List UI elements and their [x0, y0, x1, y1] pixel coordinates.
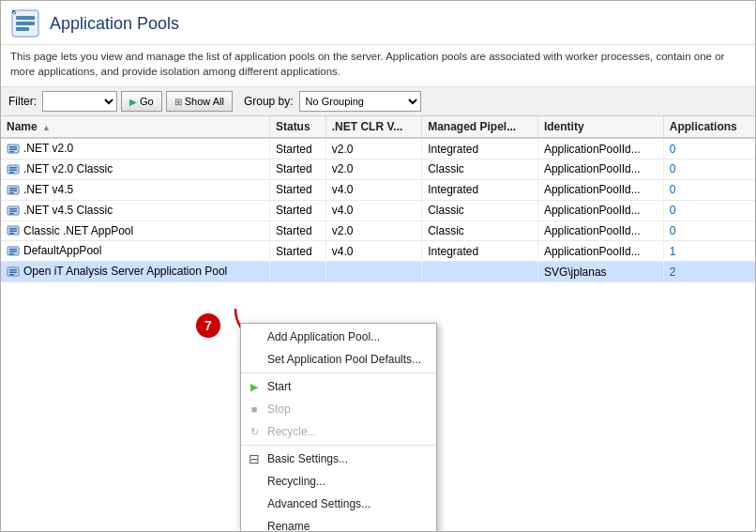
apps-link[interactable]: 2 — [670, 266, 676, 279]
cell-identity: ApplicationPoolId... — [537, 220, 663, 241]
recycle-icon: ↻ — [247, 426, 262, 438]
cell-identity: ApplicationPoolId... — [537, 160, 663, 180]
cell-name: .NET v4.5 — [1, 179, 269, 200]
menu-item-recycling[interactable]: Recycling... — [241, 470, 436, 493]
app-pools-icon — [10, 8, 40, 38]
table-row[interactable]: .NET v2.0 Started v2.0 Integrated Applic… — [1, 138, 755, 159]
svg-rect-15 — [9, 190, 17, 191]
svg-rect-32 — [9, 274, 14, 276]
apps-link[interactable]: 0 — [670, 162, 676, 175]
menu-item-label: Stop — [267, 403, 291, 416]
group-by-label: Group by: — [244, 95, 294, 108]
svg-rect-11 — [9, 169, 17, 171]
cell-clr: v2.0 — [325, 138, 421, 159]
go-arrow-icon: ▶ — [129, 97, 137, 107]
menu-item-label: Rename — [267, 520, 310, 532]
cell-pipeline: Integrated — [422, 179, 538, 200]
svg-rect-7 — [9, 149, 17, 151]
cell-status — [269, 262, 325, 282]
menu-item-start[interactable]: ▶Start — [241, 375, 436, 398]
go-button[interactable]: ▶ Go — [121, 91, 162, 112]
svg-rect-1 — [16, 16, 35, 20]
apps-link[interactable]: 0 — [670, 204, 676, 217]
apps-link[interactable]: 1 — [670, 245, 676, 258]
show-all-icon: ⊞ — [174, 97, 182, 107]
cell-identity: ApplicationPoolId... — [537, 179, 663, 200]
menu-item-label: Recycling... — [267, 475, 325, 488]
menu-separator — [241, 445, 436, 446]
play-icon: ▶ — [247, 381, 262, 393]
cell-status: Started — [269, 241, 325, 262]
menu-item-basic-settings[interactable]: ⊟Basic Settings... — [241, 448, 436, 470]
cell-apps: 0 — [663, 138, 755, 159]
svg-rect-23 — [9, 231, 17, 233]
cell-status: Started — [269, 220, 325, 241]
cell-clr: v4.0 — [325, 241, 421, 262]
svg-rect-10 — [9, 167, 17, 169]
context-menu: Add Application Pool...Set Application P… — [240, 323, 437, 532]
svg-rect-28 — [9, 253, 14, 255]
cell-apps: 1 — [663, 241, 755, 262]
svg-rect-27 — [9, 251, 17, 253]
svg-rect-2 — [16, 22, 35, 25]
stop-icon: ■ — [247, 403, 262, 415]
menu-item-add-app-pool[interactable]: Add Application Pool... — [241, 326, 436, 348]
table-row[interactable]: .NET v4.5 Classic Started v4.0 Classic A… — [1, 200, 755, 220]
menu-item-label: Basic Settings... — [267, 452, 348, 465]
cell-pipeline: Integrated — [422, 138, 538, 159]
main-content: Name ▲ Status .NET CLR V... Managed Pipe… — [1, 116, 755, 532]
apps-link[interactable]: 0 — [670, 143, 676, 156]
table-header-row: Name ▲ Status .NET CLR V... Managed Pipe… — [1, 116, 755, 138]
group-by-select[interactable]: No Grouping — [299, 91, 421, 112]
cell-name: Open iT Analysis Server Application Pool — [1, 262, 269, 282]
cell-pipeline: Integrated — [422, 241, 538, 262]
svg-rect-3 — [16, 27, 29, 31]
col-clr: .NET CLR V... — [325, 116, 421, 138]
cell-name: .NET v2.0 — [1, 138, 269, 159]
apps-link[interactable]: 0 — [670, 183, 676, 196]
col-name: Name ▲ — [1, 116, 269, 138]
cell-apps: 0 — [663, 200, 755, 220]
svg-rect-30 — [9, 269, 17, 271]
table-row[interactable]: Classic .NET AppPool Started v2.0 Classi… — [1, 220, 755, 241]
col-identity: Identity — [537, 116, 663, 138]
cell-identity: ApplicationPoolId... — [537, 200, 663, 220]
cell-identity: ApplicationPoolId... — [537, 241, 663, 262]
cell-clr: v4.0 — [325, 200, 421, 220]
svg-rect-22 — [9, 228, 17, 230]
cell-pipeline — [422, 262, 538, 282]
filter-label: Filter: — [8, 95, 37, 108]
description-text: This page lets you view and manage the l… — [1, 45, 755, 87]
menu-item-label: Recycle... — [267, 425, 317, 438]
cell-clr: v2.0 — [325, 220, 421, 241]
app-pools-table: Name ▲ Status .NET CLR V... Managed Pipe… — [1, 116, 755, 282]
header: Application Pools — [1, 1, 755, 45]
apps-link[interactable]: 0 — [670, 224, 676, 237]
menu-item-label: Add Application Pool... — [267, 330, 380, 343]
col-status: Status — [269, 116, 325, 138]
cell-name: DefaultAppPool — [1, 241, 269, 262]
table-row[interactable]: .NET v2.0 Classic Started v2.0 Classic A… — [1, 160, 755, 180]
cell-status: Started — [269, 138, 325, 159]
cell-identity: ApplicationPoolId... — [537, 138, 663, 159]
menu-item-set-defaults[interactable]: Set Application Pool Defaults... — [241, 348, 436, 371]
table-row[interactable]: DefaultAppPool Started v4.0 Integrated A… — [1, 241, 755, 262]
show-all-button[interactable]: ⊞ Show All — [166, 91, 233, 112]
cell-apps: 0 — [663, 160, 755, 180]
col-pipeline: Managed Pipel... — [422, 116, 538, 138]
filter-select[interactable] — [42, 91, 117, 112]
menu-item-stop: ■Stop — [241, 398, 436, 420]
menu-item-advanced-settings[interactable]: Advanced Settings... — [241, 493, 436, 515]
table-row[interactable]: .NET v4.5 Started v4.0 Integrated Applic… — [1, 179, 755, 200]
cell-clr: v4.0 — [325, 179, 421, 200]
cell-status: Started — [269, 160, 325, 180]
menu-item-rename[interactable]: Rename — [241, 515, 436, 532]
svg-rect-14 — [9, 188, 17, 190]
cell-name: Classic .NET AppPool — [1, 220, 269, 241]
svg-rect-12 — [9, 172, 14, 174]
col-apps: Applications — [663, 116, 755, 138]
menu-separator — [241, 372, 436, 373]
table-row[interactable]: Open iT Analysis Server Application Pool… — [1, 262, 755, 282]
menu-item-label: Start — [267, 380, 291, 393]
svg-rect-31 — [9, 271, 17, 273]
